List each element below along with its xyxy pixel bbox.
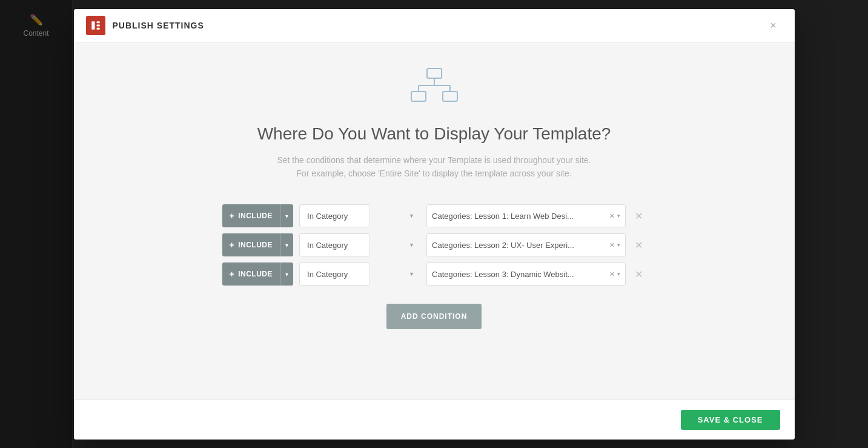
subtext-line2: For example, choose 'Entire Site' to dis… [296, 169, 571, 178]
modal-overlay: PUBLISH SETTINGS × [0, 0, 868, 448]
include-arrow-2[interactable]: ▾ [280, 233, 293, 256]
category-text-2: Categories: Lesson 2: UX- User Experi... [432, 241, 609, 250]
svg-rect-9 [411, 92, 426, 101]
category-clear-2[interactable]: ✕ [609, 241, 615, 249]
svg-rect-1 [96, 21, 99, 23]
category-controls-2: ✕ ▾ [609, 241, 620, 249]
condition-type-select-1[interactable]: In Category Entire Site In Post Type In … [299, 204, 370, 227]
delete-condition-1[interactable]: ✕ [632, 209, 646, 223]
include-arrow-1[interactable]: ▾ [280, 204, 293, 227]
category-clear-1[interactable]: ✕ [609, 212, 615, 220]
include-button-3[interactable]: + INCLUDE ▾ [222, 262, 294, 286]
category-chevron-1[interactable]: ▾ [617, 213, 620, 219]
include-button-1[interactable]: + INCLUDE ▾ [222, 204, 294, 227]
elementor-icon [86, 16, 105, 35]
plus-icon-2: + [230, 240, 235, 250]
condition-row-2: + INCLUDE ▾ In Category Entire Site In P… [222, 233, 646, 256]
delete-condition-2[interactable]: ✕ [632, 238, 646, 252]
category-chevron-2[interactable]: ▾ [617, 242, 620, 248]
include-label-1: INCLUDE [238, 212, 273, 220]
svg-rect-2 [96, 25, 99, 27]
condition-type-select-3[interactable]: In Category Entire Site In Post Type In … [299, 262, 370, 286]
plus-icon-1: + [230, 211, 235, 221]
category-chevron-3[interactable]: ▾ [617, 271, 620, 277]
category-text-3: Categories: Lesson 3: Dynamic Websit... [432, 270, 609, 279]
category-value-2[interactable]: Categories: Lesson 2: UX- User Experi...… [426, 233, 625, 256]
conditions-container: + INCLUDE ▾ In Category Entire Site In P… [222, 204, 646, 286]
include-main-1: + INCLUDE [222, 204, 281, 227]
include-label-2: INCLUDE [238, 241, 273, 249]
category-value-1[interactable]: Categories: Lesson 1: Learn Web Desi... … [426, 204, 625, 227]
network-icon [410, 67, 459, 106]
include-button-2[interactable]: + INCLUDE ▾ [222, 233, 294, 256]
category-clear-3[interactable]: ✕ [609, 270, 615, 278]
category-dropdown-wrapper-1: In Category Entire Site In Post Type In … [299, 204, 420, 227]
hierarchy-svg [410, 67, 459, 104]
category-controls-1: ✕ ▾ [609, 212, 620, 220]
category-dropdown-wrapper-2: In Category Entire Site In Post Type In … [299, 233, 420, 256]
include-label-3: INCLUDE [238, 270, 273, 278]
subtext-line1: Set the conditions that determine where … [277, 155, 591, 165]
modal-footer: SAVE & CLOSE [74, 400, 795, 440]
plus-icon-3: + [230, 269, 235, 279]
modal-header: PUBLISH SETTINGS × [74, 9, 795, 43]
svg-rect-0 [91, 21, 94, 30]
modal-heading: Where Do You Want to Display Your Templa… [257, 124, 611, 144]
save-close-button[interactable]: SAVE & CLOSE [681, 410, 780, 430]
elementor-logo-svg [90, 20, 101, 31]
add-condition-button[interactable]: ADD CONDITION [386, 304, 482, 329]
category-text-1: Categories: Lesson 1: Learn Web Desi... [432, 212, 609, 221]
condition-row-1: + INCLUDE ▾ In Category Entire Site In P… [222, 204, 646, 227]
include-main-2: + INCLUDE [222, 233, 281, 256]
category-controls-3: ✕ ▾ [609, 270, 620, 278]
delete-condition-3[interactable]: ✕ [632, 267, 646, 281]
include-main-3: + INCLUDE [222, 262, 281, 286]
modal-close-button[interactable]: × [764, 16, 783, 35]
publish-settings-modal: PUBLISH SETTINGS × [74, 9, 795, 440]
svg-rect-3 [96, 28, 99, 30]
modal-subtext: Set the conditions that determine where … [277, 153, 591, 181]
modal-title: PUBLISH SETTINGS [113, 21, 764, 30]
modal-body: Where Do You Want to Display Your Templa… [74, 43, 795, 400]
include-arrow-3[interactable]: ▾ [280, 262, 293, 286]
condition-type-select-2[interactable]: In Category Entire Site In Post Type In … [299, 233, 370, 256]
category-dropdown-wrapper-3: In Category Entire Site In Post Type In … [299, 262, 420, 286]
svg-rect-10 [443, 92, 457, 101]
category-value-3[interactable]: Categories: Lesson 3: Dynamic Websit... … [426, 262, 625, 286]
condition-row-3: + INCLUDE ▾ In Category Entire Site In P… [222, 262, 646, 286]
svg-rect-4 [427, 69, 442, 78]
